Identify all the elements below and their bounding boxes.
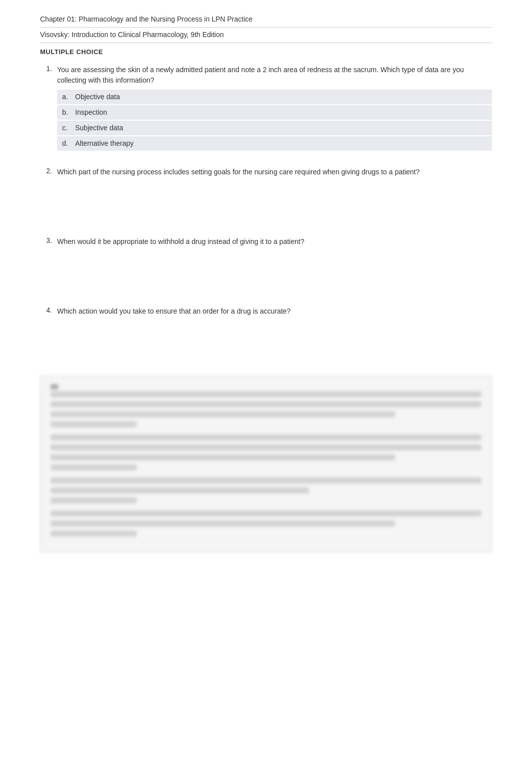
- question-content: You are assessing the skin of a newly ad…: [57, 65, 492, 152]
- question-content: When would it be appropriate to withhold…: [57, 236, 492, 291]
- blurred-section: [40, 376, 492, 552]
- questions-list: 1. You are assessing the skin of a newly…: [40, 65, 492, 361]
- question-number: 2.: [40, 167, 52, 221]
- choice-label-d: d.: [62, 138, 71, 149]
- question-content: Which action would you take to ensure th…: [57, 306, 492, 361]
- question-spacer: [57, 321, 492, 361]
- choice-label-c: c.: [62, 123, 71, 133]
- question-spacer: [57, 251, 492, 291]
- answer-choice: b. Inspection: [57, 105, 492, 120]
- choice-text-b: Inspection: [75, 107, 107, 118]
- question-item: 4. Which action would you take to ensure…: [40, 306, 492, 361]
- question-text: Which action would you take to ensure th…: [57, 306, 492, 317]
- section-label: MULTIPLE CHOICE: [40, 48, 492, 56]
- question-item: 1. You are assessing the skin of a newly…: [40, 65, 492, 152]
- answer-choice: c. Subjective data: [57, 121, 492, 135]
- choice-text-c: Subjective data: [75, 123, 123, 133]
- question-item: 2. Which part of the nursing process inc…: [40, 167, 492, 221]
- question-text: Which part of the nursing process includ…: [57, 167, 492, 177]
- choice-text-d: Alternative therapy: [75, 138, 134, 149]
- choice-label-a: a.: [62, 92, 71, 102]
- book-title: Visovsky: Introduction to Clinical Pharm…: [40, 31, 492, 43]
- question-spacer: [57, 181, 492, 221]
- answer-choices: a. Objective data b. Inspection c. Subje…: [57, 90, 492, 151]
- question-number: 1.: [40, 65, 52, 152]
- answer-choice: d. Alternative therapy: [57, 136, 492, 151]
- question-text: When would it be appropriate to withhold…: [57, 236, 492, 247]
- choice-text-a: Objective data: [75, 92, 120, 102]
- question-item: 3. When would it be appropriate to withh…: [40, 236, 492, 291]
- question-text: You are assessing the skin of a newly ad…: [57, 65, 492, 86]
- chapter-title: Chapter 01: Pharmacology and the Nursing…: [40, 15, 492, 28]
- answer-choice: a. Objective data: [57, 90, 492, 104]
- question-number: 3.: [40, 236, 52, 291]
- choice-label-b: b.: [62, 107, 71, 118]
- question-content: Which part of the nursing process includ…: [57, 167, 492, 221]
- question-number: 4.: [40, 306, 52, 361]
